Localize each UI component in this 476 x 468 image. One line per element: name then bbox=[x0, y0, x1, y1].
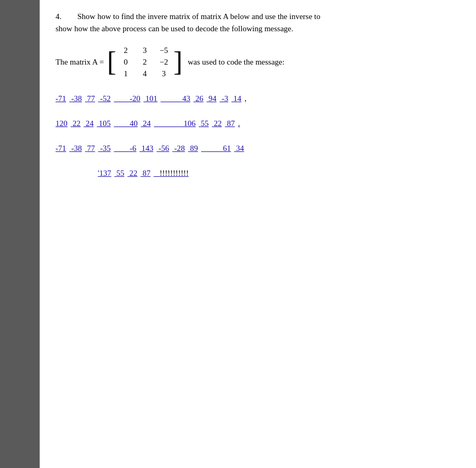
val-2-9: 22 bbox=[214, 119, 222, 128]
val-2-1: 120 bbox=[56, 119, 68, 128]
val-2-7: 106 bbox=[184, 119, 196, 128]
val-1-10: -3 bbox=[222, 94, 228, 103]
bracket-right: ] bbox=[173, 48, 182, 76]
cell-1-2: −2 bbox=[155, 58, 172, 67]
message-row-1: -71 -38 77 -52 -20 101 43 26 94 -3 14, bbox=[56, 92, 460, 106]
matrix-label: The matrix A = bbox=[56, 58, 104, 67]
val-4-5: !!!!!!!!!!! bbox=[160, 169, 189, 177]
message-row-3: -71 -38 77 -35 -6 143 -56 -28 89 61 34 bbox=[56, 141, 460, 156]
val-2-5: 40 bbox=[130, 119, 138, 128]
val-3-9: 89 bbox=[190, 144, 198, 152]
val-2-6: 24 bbox=[143, 119, 151, 128]
val-3-10: 61 bbox=[223, 144, 231, 152]
val-4-4: 87 bbox=[142, 169, 150, 177]
matrix-section: The matrix A = [ 2 3 −5 0 2 −2 1 4 3 ] w… bbox=[56, 43, 460, 81]
matrix-wrapper: [ 2 3 −5 0 2 −2 1 4 3 ] bbox=[107, 43, 182, 81]
val-1-6: 101 bbox=[145, 94, 158, 103]
val-3-7: -56 bbox=[159, 144, 169, 152]
sidebar bbox=[0, 0, 40, 468]
cell-2-2: 3 bbox=[155, 69, 172, 78]
val-1-2: -38 bbox=[71, 94, 82, 103]
was-used-text: was used to code the message: bbox=[188, 58, 285, 67]
val-1-8: 26 bbox=[196, 94, 204, 103]
main-content: 4. Show how to find the invere matrix of… bbox=[40, 0, 476, 468]
bracket-left: [ bbox=[107, 48, 116, 76]
val-3-2: -38 bbox=[71, 144, 82, 152]
cell-2-0: 1 bbox=[117, 69, 134, 78]
question-text-line1: Show how to find the invere matrix of ma… bbox=[77, 12, 321, 21]
val-3-11: 34 bbox=[236, 144, 244, 152]
cell-0-0: 2 bbox=[117, 46, 134, 55]
val-1-4: -52 bbox=[100, 94, 111, 103]
val-2-10: 87 bbox=[227, 119, 235, 128]
val-1-7: 43 bbox=[182, 94, 190, 103]
val-3-1: -71 bbox=[56, 144, 66, 152]
message-row-4: '137 55 22 87 !!!!!!!!!!! bbox=[98, 166, 460, 181]
val-3-3: 77 bbox=[87, 144, 95, 152]
val-3-4: -35 bbox=[100, 144, 111, 152]
val-3-5: -6 bbox=[130, 144, 136, 152]
val-4-1: '137 bbox=[98, 169, 111, 177]
val-4-3: 22 bbox=[130, 169, 138, 177]
val-1-1: -71 bbox=[56, 94, 66, 103]
val-2-8: 55 bbox=[201, 119, 209, 128]
matrix-grid: 2 3 −5 0 2 −2 1 4 3 bbox=[116, 43, 173, 81]
cell-0-2: −5 bbox=[155, 46, 172, 55]
cell-2-1: 4 bbox=[136, 69, 153, 78]
val-1-9: 94 bbox=[208, 94, 216, 103]
cell-1-1: 2 bbox=[136, 58, 153, 67]
end-2: . bbox=[238, 119, 240, 128]
val-4-2: 55 bbox=[116, 169, 124, 177]
val-2-2: 22 bbox=[72, 119, 80, 128]
cell-0-1: 3 bbox=[136, 46, 153, 55]
end-1: , bbox=[244, 94, 246, 103]
cell-1-0: 0 bbox=[117, 58, 134, 67]
val-2-3: 24 bbox=[86, 119, 94, 128]
val-1-3: 77 bbox=[87, 94, 95, 103]
message-row-2: 120 22 24 105 40 24 106 55 22 87. bbox=[56, 116, 460, 131]
val-3-6: 143 bbox=[142, 144, 154, 152]
question-text-line2: show how the above process can be used t… bbox=[56, 24, 293, 33]
val-1-5: -20 bbox=[130, 94, 140, 103]
val-3-8: -28 bbox=[175, 144, 185, 152]
val-2-4: 105 bbox=[99, 119, 111, 128]
question-number: 4. bbox=[56, 12, 61, 21]
val-1-11: 14 bbox=[233, 94, 241, 103]
question-header: 4. Show how to find the invere matrix of… bbox=[56, 11, 460, 34]
coded-message: -71 -38 77 -52 -20 101 43 26 94 -3 14, 1… bbox=[56, 92, 460, 181]
